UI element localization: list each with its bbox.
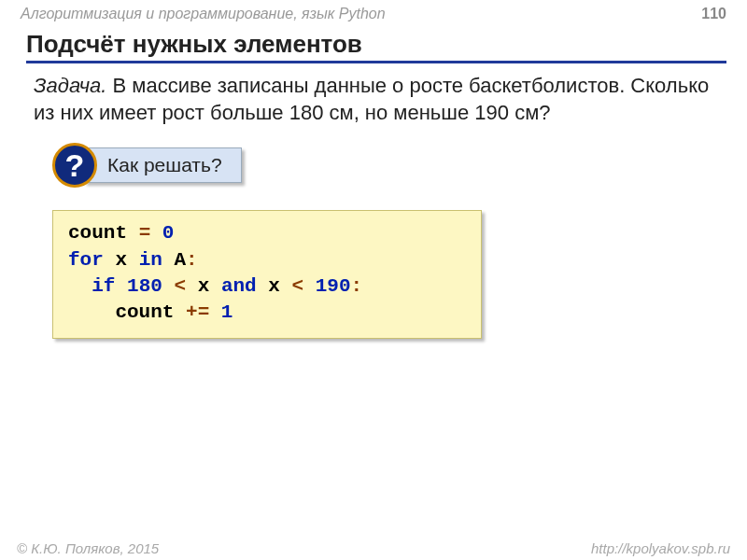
code-token: <	[292, 275, 304, 297]
code-token: 180	[127, 275, 162, 297]
code-token: in	[139, 249, 162, 271]
code-token: 0	[162, 222, 175, 244]
course-title: Алгоритмизация и программирование, язык …	[21, 6, 386, 22]
code-token	[115, 275, 127, 297]
code-token: A	[162, 249, 186, 271]
code-token: if	[92, 275, 115, 297]
code-token: +=	[186, 301, 209, 323]
source-url: http://kpolyakov.spb.ru	[591, 540, 730, 556]
slide-footer: © К.Ю. Поляков, 2015 http://kpolyakov.sp…	[0, 540, 747, 556]
code-token: 190	[316, 275, 351, 297]
code-token: <	[174, 275, 186, 297]
code-token: x	[257, 275, 292, 297]
task-lead: Задача.	[34, 74, 106, 97]
page-number: 110	[701, 6, 726, 22]
code-token: :	[351, 275, 363, 297]
copyright: © К.Ю. Поляков, 2015	[17, 540, 159, 556]
code-token: for	[68, 249, 104, 271]
slide-header: Алгоритмизация и программирование, язык …	[0, 0, 747, 24]
code-token	[209, 301, 221, 323]
code-token	[150, 222, 162, 244]
code-token: count	[68, 222, 139, 244]
question-icon: ?	[52, 143, 97, 188]
task-block: Задача. В массиве записаны данные о рост…	[34, 73, 726, 126]
code-block: count = 0 for x in A: if 180 < x and x <…	[52, 210, 482, 338]
hint-text: Как решать?	[84, 147, 242, 183]
slide-title: Подсчёт нужных элементов	[26, 30, 726, 63]
code-token: =	[139, 222, 151, 244]
code-token: count	[68, 301, 186, 323]
code-token: x	[104, 249, 139, 271]
task-text: В массиве записаны данные о росте баскет…	[34, 74, 709, 124]
hint-block: ? Как решать?	[52, 143, 747, 188]
code-token: and	[221, 275, 257, 297]
code-token: :	[186, 249, 198, 271]
code-token	[303, 275, 316, 297]
code-token: 1	[221, 301, 233, 323]
code-token	[68, 275, 92, 297]
code-token: x	[186, 275, 221, 297]
code-token	[162, 275, 175, 297]
